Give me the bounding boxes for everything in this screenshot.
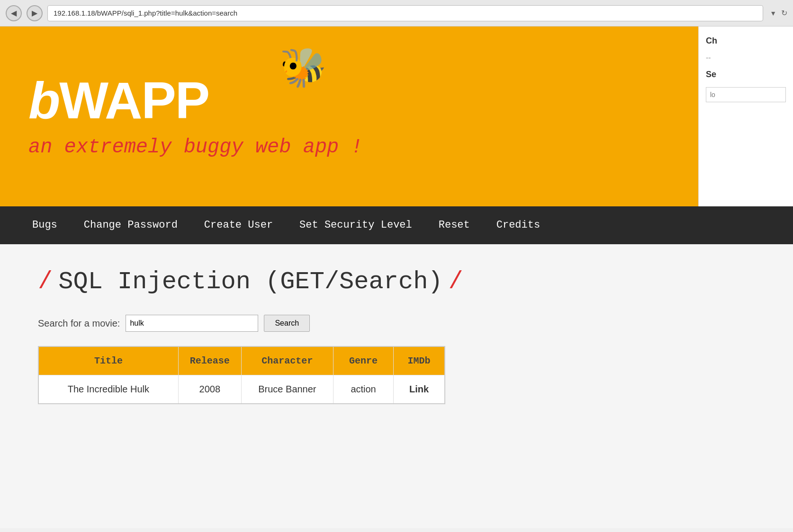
page-title: / SQL Injection (GET/Search) / [38,268,755,296]
sidebar-security-label: Se [706,70,786,80]
nav-change-password[interactable]: Change Password [71,206,191,244]
table-row: The Incredible Hulk 2008 Bruce Banner ac… [38,375,445,404]
browser-chrome: ◀ ▶ ▼ ↻ [0,0,793,27]
refresh-icon: ↻ [781,9,787,18]
back-button[interactable]: ◀ [6,5,22,21]
search-form: Search for a movie: Search [38,315,755,332]
col-header-release: Release [178,346,241,375]
table-header-row: Title Release Character Genre IMDb [38,346,445,375]
forward-button[interactable]: ▶ [27,5,43,21]
nav-bugs[interactable]: Bugs [19,206,71,244]
dropdown-arrow-icon: ▼ [770,9,776,17]
cell-character: Bruce Banner [241,375,333,404]
nav-reset[interactable]: Reset [425,206,483,244]
app-tagline: an extremely buggy web app ! [28,136,765,159]
sidebar-separator: -- [706,53,786,62]
address-bar[interactable] [47,5,763,21]
page-title-text: SQL Injection (GET/Search) [58,268,442,296]
app-logo: bbWAPPWAPP [28,74,765,126]
nav-credits[interactable]: Credits [483,206,553,244]
col-header-title: Title [38,346,178,375]
col-header-genre: Genre [333,346,393,375]
sidebar-security-input[interactable] [706,87,786,102]
main-content: / SQL Injection (GET/Search) / Search fo… [0,244,793,528]
bee-icon: 🐝 [279,45,327,90]
cell-release: 2008 [178,375,241,404]
col-header-character: Character [241,346,333,375]
sidebar-character-label: Ch [706,36,786,46]
cell-title: The Incredible Hulk [38,375,178,404]
nav-set-security-level[interactable]: Set Security Level [286,206,425,244]
banner: 🐝 bbWAPPWAPP an extremely buggy web app … [0,27,793,206]
search-button[interactable]: Search [264,315,310,332]
title-slash-left: / [38,268,53,296]
cell-genre: action [333,375,393,404]
search-label: Search for a movie: [38,318,120,329]
results-table: Title Release Character Genre IMDb The I… [38,346,445,404]
right-sidebar: Ch -- Se [698,27,793,206]
navbar: Bugs Change Password Create User Set Sec… [0,206,793,244]
nav-create-user[interactable]: Create User [191,206,286,244]
search-input[interactable] [126,315,258,332]
col-header-imdb: IMDb [394,346,445,375]
cell-imdb-link[interactable]: Link [394,375,445,404]
title-slash-right: / [449,268,463,296]
